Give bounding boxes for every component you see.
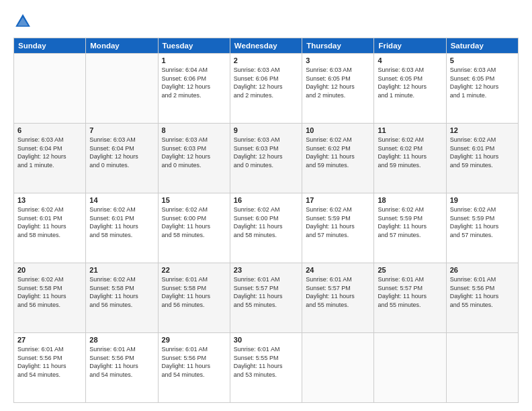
- calendar-cell: 15Sunrise: 6:02 AM Sunset: 6:00 PM Dayli…: [158, 193, 230, 263]
- day-info: Sunrise: 6:02 AM Sunset: 6:01 PM Dayligh…: [17, 205, 82, 239]
- day-info: Sunrise: 6:02 AM Sunset: 6:02 PM Dayligh…: [306, 136, 370, 169]
- calendar-cell: 22Sunrise: 6:01 AM Sunset: 5:58 PM Dayli…: [158, 263, 230, 333]
- day-info: Sunrise: 6:01 AM Sunset: 5:56 PM Dayligh…: [450, 275, 515, 309]
- day-number: 26: [450, 266, 515, 274]
- calendar-cell: 23Sunrise: 6:01 AM Sunset: 5:57 PM Dayli…: [230, 263, 302, 333]
- calendar-cell: 17Sunrise: 6:02 AM Sunset: 5:59 PM Dayli…: [302, 193, 374, 263]
- day-number: 13: [17, 196, 82, 204]
- day-info: Sunrise: 6:04 AM Sunset: 6:06 PM Dayligh…: [162, 66, 226, 99]
- day-number: 5: [450, 56, 515, 64]
- day-info: Sunrise: 6:03 AM Sunset: 6:04 PM Dayligh…: [89, 136, 154, 169]
- day-number: 2: [234, 56, 298, 64]
- day-number: 24: [306, 266, 370, 274]
- calendar-cell: 8Sunrise: 6:03 AM Sunset: 6:03 PM Daylig…: [158, 124, 230, 193]
- day-info: Sunrise: 6:01 AM Sunset: 5:56 PM Dayligh…: [89, 345, 154, 379]
- calendar-cell: 2Sunrise: 6:03 AM Sunset: 6:06 PM Daylig…: [230, 54, 302, 124]
- day-number: 21: [89, 266, 154, 274]
- calendar-cell: [302, 333, 374, 403]
- day-info: Sunrise: 6:01 AM Sunset: 5:56 PM Dayligh…: [162, 345, 226, 379]
- calendar-cell: 19Sunrise: 6:02 AM Sunset: 5:59 PM Dayli…: [446, 193, 518, 263]
- day-number: 17: [306, 196, 370, 204]
- calendar-cell: 6Sunrise: 6:03 AM Sunset: 6:04 PM Daylig…: [14, 124, 86, 193]
- day-info: Sunrise: 6:01 AM Sunset: 5:55 PM Dayligh…: [234, 345, 298, 379]
- weekday-header-row: SundayMondayTuesdayWednesdayThursdayFrid…: [14, 38, 519, 54]
- weekday-tuesday: Tuesday: [158, 38, 230, 54]
- day-number: 9: [234, 126, 298, 134]
- day-number: 18: [378, 196, 442, 204]
- day-number: 22: [162, 266, 226, 274]
- calendar-cell: 26Sunrise: 6:01 AM Sunset: 5:56 PM Dayli…: [446, 263, 518, 333]
- weekday-thursday: Thursday: [302, 38, 374, 54]
- day-number: 4: [378, 56, 442, 64]
- day-info: Sunrise: 6:01 AM Sunset: 5:57 PM Dayligh…: [378, 275, 442, 309]
- weekday-saturday: Saturday: [446, 38, 518, 54]
- day-info: Sunrise: 6:03 AM Sunset: 6:03 PM Dayligh…: [162, 136, 226, 169]
- calendar-header: SundayMondayTuesdayWednesdayThursdayFrid…: [14, 38, 519, 54]
- calendar-cell: 10Sunrise: 6:02 AM Sunset: 6:02 PM Dayli…: [302, 124, 374, 193]
- calendar-cell: 25Sunrise: 6:01 AM Sunset: 5:57 PM Dayli…: [374, 263, 446, 333]
- weekday-monday: Monday: [86, 38, 158, 54]
- page: SundayMondayTuesdayWednesdayThursdayFrid…: [0, 0, 532, 411]
- calendar-table: SundayMondayTuesdayWednesdayThursdayFrid…: [13, 38, 519, 403]
- day-number: 6: [17, 126, 82, 134]
- calendar-cell: 14Sunrise: 6:02 AM Sunset: 6:01 PM Dayli…: [86, 193, 158, 263]
- day-number: 20: [17, 266, 82, 274]
- day-info: Sunrise: 6:01 AM Sunset: 5:58 PM Dayligh…: [162, 275, 226, 309]
- logo-icon: [13, 12, 32, 31]
- calendar-cell: 28Sunrise: 6:01 AM Sunset: 5:56 PM Dayli…: [86, 333, 158, 403]
- weekday-friday: Friday: [374, 38, 446, 54]
- calendar-cell: 24Sunrise: 6:01 AM Sunset: 5:57 PM Dayli…: [302, 263, 374, 333]
- calendar-cell: [86, 54, 158, 124]
- day-number: 25: [378, 266, 442, 274]
- day-number: 7: [89, 126, 154, 134]
- calendar-cell: 20Sunrise: 6:02 AM Sunset: 5:58 PM Dayli…: [14, 263, 86, 333]
- calendar-cell: 11Sunrise: 6:02 AM Sunset: 6:02 PM Dayli…: [374, 124, 446, 193]
- day-number: 14: [89, 196, 154, 204]
- day-info: Sunrise: 6:01 AM Sunset: 5:57 PM Dayligh…: [234, 275, 298, 309]
- calendar-body: 1Sunrise: 6:04 AM Sunset: 6:06 PM Daylig…: [14, 54, 519, 403]
- day-info: Sunrise: 6:02 AM Sunset: 6:00 PM Dayligh…: [162, 205, 226, 239]
- day-number: 19: [450, 196, 515, 204]
- day-number: 23: [234, 266, 298, 274]
- day-info: Sunrise: 6:02 AM Sunset: 6:01 PM Dayligh…: [89, 205, 154, 239]
- day-info: Sunrise: 6:03 AM Sunset: 6:05 PM Dayligh…: [378, 66, 442, 99]
- weekday-sunday: Sunday: [14, 38, 86, 54]
- day-number: 29: [162, 336, 226, 344]
- calendar-cell: 27Sunrise: 6:01 AM Sunset: 5:56 PM Dayli…: [14, 333, 86, 403]
- day-number: 16: [234, 196, 298, 204]
- day-info: Sunrise: 6:02 AM Sunset: 6:01 PM Dayligh…: [450, 136, 515, 169]
- week-row-1: 1Sunrise: 6:04 AM Sunset: 6:06 PM Daylig…: [14, 54, 519, 124]
- week-row-4: 20Sunrise: 6:02 AM Sunset: 5:58 PM Dayli…: [14, 263, 519, 333]
- calendar-cell: 12Sunrise: 6:02 AM Sunset: 6:01 PM Dayli…: [446, 124, 518, 193]
- day-info: Sunrise: 6:01 AM Sunset: 5:56 PM Dayligh…: [17, 345, 82, 379]
- day-info: Sunrise: 6:02 AM Sunset: 5:58 PM Dayligh…: [17, 275, 82, 309]
- calendar-cell: 30Sunrise: 6:01 AM Sunset: 5:55 PM Dayli…: [230, 333, 302, 403]
- day-info: Sunrise: 6:02 AM Sunset: 5:59 PM Dayligh…: [306, 205, 370, 239]
- header: [13, 12, 519, 31]
- day-number: 1: [162, 56, 226, 64]
- calendar-cell: 7Sunrise: 6:03 AM Sunset: 6:04 PM Daylig…: [86, 124, 158, 193]
- day-number: 11: [378, 126, 442, 134]
- calendar-cell: 4Sunrise: 6:03 AM Sunset: 6:05 PM Daylig…: [374, 54, 446, 124]
- day-info: Sunrise: 6:01 AM Sunset: 5:57 PM Dayligh…: [306, 275, 370, 309]
- calendar-cell: 1Sunrise: 6:04 AM Sunset: 6:06 PM Daylig…: [158, 54, 230, 124]
- day-info: Sunrise: 6:02 AM Sunset: 5:58 PM Dayligh…: [89, 275, 154, 309]
- week-row-2: 6Sunrise: 6:03 AM Sunset: 6:04 PM Daylig…: [14, 124, 519, 193]
- day-number: 30: [234, 336, 298, 344]
- calendar-cell: [374, 333, 446, 403]
- calendar-cell: 13Sunrise: 6:02 AM Sunset: 6:01 PM Dayli…: [14, 193, 86, 263]
- day-number: 3: [306, 56, 370, 64]
- day-number: 10: [306, 126, 370, 134]
- day-info: Sunrise: 6:03 AM Sunset: 6:06 PM Dayligh…: [234, 66, 298, 99]
- weekday-wednesday: Wednesday: [230, 38, 302, 54]
- day-info: Sunrise: 6:02 AM Sunset: 5:59 PM Dayligh…: [450, 205, 515, 239]
- day-info: Sunrise: 6:03 AM Sunset: 6:04 PM Dayligh…: [17, 136, 82, 169]
- day-info: Sunrise: 6:03 AM Sunset: 6:03 PM Dayligh…: [234, 136, 298, 169]
- calendar-cell: 3Sunrise: 6:03 AM Sunset: 6:05 PM Daylig…: [302, 54, 374, 124]
- calendar-cell: [14, 54, 86, 124]
- calendar-cell: [446, 333, 518, 403]
- day-number: 15: [162, 196, 226, 204]
- calendar-cell: 29Sunrise: 6:01 AM Sunset: 5:56 PM Dayli…: [158, 333, 230, 403]
- day-number: 12: [450, 126, 515, 134]
- logo: [13, 12, 35, 31]
